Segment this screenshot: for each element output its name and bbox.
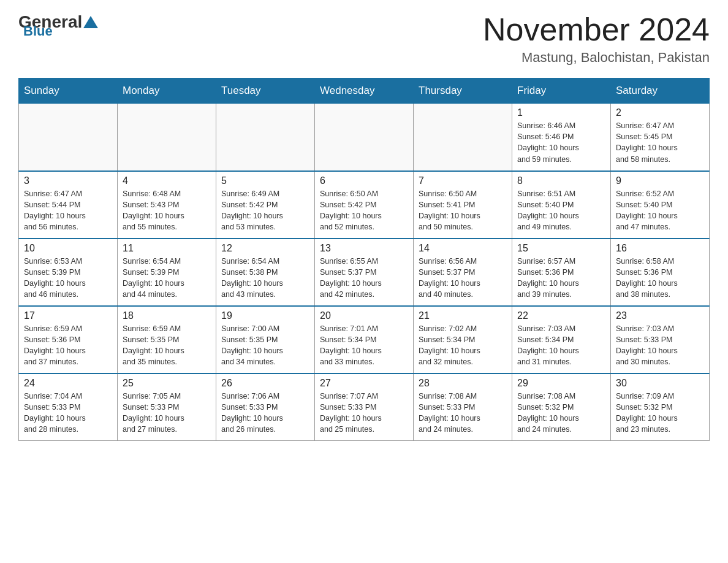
day-number: 24 [24, 378, 112, 389]
day-number: 4 [123, 175, 211, 186]
day-info: Sunrise: 6:54 AM Sunset: 5:39 PM Dayligh… [123, 256, 211, 301]
day-info: Sunrise: 7:04 AM Sunset: 5:33 PM Dayligh… [24, 391, 112, 435]
day-info: Sunrise: 6:51 AM Sunset: 5:40 PM Dayligh… [517, 188, 605, 233]
day-info: Sunrise: 6:56 AM Sunset: 5:37 PM Dayligh… [419, 256, 507, 301]
calendar-cell [19, 104, 118, 171]
day-number: 18 [123, 310, 211, 321]
calendar-cell: 21Sunrise: 7:02 AM Sunset: 5:34 PM Dayli… [414, 306, 512, 373]
calendar-cell: 27Sunrise: 7:07 AM Sunset: 5:33 PM Dayli… [315, 373, 414, 441]
calendar-cell: 13Sunrise: 6:55 AM Sunset: 5:37 PM Dayli… [315, 239, 414, 306]
day-number: 10 [24, 243, 112, 254]
day-number: 29 [517, 378, 605, 389]
day-info: Sunrise: 6:52 AM Sunset: 5:40 PM Dayligh… [616, 188, 704, 233]
calendar-cell: 17Sunrise: 6:59 AM Sunset: 5:36 PM Dayli… [19, 306, 118, 373]
day-info: Sunrise: 6:47 AM Sunset: 5:45 PM Dayligh… [616, 120, 704, 165]
day-number: 30 [616, 378, 704, 389]
day-number: 7 [419, 175, 507, 186]
day-number: 26 [221, 378, 309, 389]
logo-triangle-icon [83, 16, 98, 28]
logo: General Blue [18, 12, 99, 39]
calendar-header-monday: Monday [118, 79, 216, 104]
day-info: Sunrise: 6:59 AM Sunset: 5:35 PM Dayligh… [123, 323, 211, 368]
calendar-header-friday: Friday [512, 79, 611, 104]
calendar-header-saturday: Saturday [611, 79, 710, 104]
calendar-cell: 30Sunrise: 7:09 AM Sunset: 5:32 PM Dayli… [611, 373, 710, 441]
day-number: 9 [616, 175, 704, 186]
day-info: Sunrise: 6:57 AM Sunset: 5:36 PM Dayligh… [517, 256, 605, 301]
day-number: 16 [616, 243, 704, 254]
calendar-week-row: 1Sunrise: 6:46 AM Sunset: 5:46 PM Daylig… [19, 104, 710, 171]
day-info: Sunrise: 6:47 AM Sunset: 5:44 PM Dayligh… [24, 188, 112, 233]
logo-blue-text: Blue [23, 23, 53, 39]
calendar-cell: 20Sunrise: 7:01 AM Sunset: 5:34 PM Dayli… [315, 306, 414, 373]
calendar-cell: 8Sunrise: 6:51 AM Sunset: 5:40 PM Daylig… [512, 171, 611, 239]
title-section: November 2024 Mastung, Balochistan, Paki… [483, 12, 710, 66]
calendar-week-row: 10Sunrise: 6:53 AM Sunset: 5:39 PM Dayli… [19, 239, 710, 306]
calendar-cell: 28Sunrise: 7:08 AM Sunset: 5:33 PM Dayli… [414, 373, 512, 441]
calendar-cell: 22Sunrise: 7:03 AM Sunset: 5:34 PM Dayli… [512, 306, 611, 373]
day-number: 12 [221, 243, 309, 254]
day-info: Sunrise: 6:50 AM Sunset: 5:41 PM Dayligh… [419, 188, 507, 233]
calendar-cell: 23Sunrise: 7:03 AM Sunset: 5:33 PM Dayli… [611, 306, 710, 373]
day-info: Sunrise: 7:08 AM Sunset: 5:33 PM Dayligh… [419, 391, 507, 435]
day-number: 2 [616, 107, 704, 118]
day-info: Sunrise: 6:50 AM Sunset: 5:42 PM Dayligh… [320, 188, 408, 233]
calendar-header-thursday: Thursday [414, 79, 512, 104]
calendar-cell: 24Sunrise: 7:04 AM Sunset: 5:33 PM Dayli… [19, 373, 118, 441]
calendar-cell: 16Sunrise: 6:58 AM Sunset: 5:36 PM Dayli… [611, 239, 710, 306]
day-number: 15 [517, 243, 605, 254]
calendar-cell: 9Sunrise: 6:52 AM Sunset: 5:40 PM Daylig… [611, 171, 710, 239]
day-info: Sunrise: 6:55 AM Sunset: 5:37 PM Dayligh… [320, 256, 408, 301]
calendar-header-row: SundayMondayTuesdayWednesdayThursdayFrid… [19, 79, 710, 104]
month-title: November 2024 [483, 12, 710, 47]
day-info: Sunrise: 7:03 AM Sunset: 5:34 PM Dayligh… [517, 323, 605, 368]
day-info: Sunrise: 7:07 AM Sunset: 5:33 PM Dayligh… [320, 391, 408, 435]
day-info: Sunrise: 7:02 AM Sunset: 5:34 PM Dayligh… [419, 323, 507, 368]
calendar-cell: 10Sunrise: 6:53 AM Sunset: 5:39 PM Dayli… [19, 239, 118, 306]
day-number: 27 [320, 378, 408, 389]
calendar-cell: 29Sunrise: 7:08 AM Sunset: 5:32 PM Dayli… [512, 373, 611, 441]
location-title: Mastung, Balochistan, Pakistan [483, 50, 710, 66]
day-info: Sunrise: 6:54 AM Sunset: 5:38 PM Dayligh… [221, 256, 309, 301]
calendar-cell: 18Sunrise: 6:59 AM Sunset: 5:35 PM Dayli… [118, 306, 216, 373]
calendar-cell: 1Sunrise: 6:46 AM Sunset: 5:46 PM Daylig… [512, 104, 611, 171]
calendar-cell: 2Sunrise: 6:47 AM Sunset: 5:45 PM Daylig… [611, 104, 710, 171]
calendar-table: SundayMondayTuesdayWednesdayThursdayFrid… [18, 78, 710, 441]
day-info: Sunrise: 7:00 AM Sunset: 5:35 PM Dayligh… [221, 323, 309, 368]
page-header: General Blue November 2024 Mastung, Balo… [18, 12, 710, 66]
day-info: Sunrise: 6:46 AM Sunset: 5:46 PM Dayligh… [517, 120, 605, 165]
day-number: 8 [517, 175, 605, 186]
day-number: 13 [320, 243, 408, 254]
day-info: Sunrise: 6:59 AM Sunset: 5:36 PM Dayligh… [24, 323, 112, 368]
calendar-cell: 19Sunrise: 7:00 AM Sunset: 5:35 PM Dayli… [216, 306, 315, 373]
calendar-cell: 14Sunrise: 6:56 AM Sunset: 5:37 PM Dayli… [414, 239, 512, 306]
calendar-cell: 26Sunrise: 7:06 AM Sunset: 5:33 PM Dayli… [216, 373, 315, 441]
day-info: Sunrise: 6:53 AM Sunset: 5:39 PM Dayligh… [24, 256, 112, 301]
calendar-week-row: 17Sunrise: 6:59 AM Sunset: 5:36 PM Dayli… [19, 306, 710, 373]
calendar-week-row: 24Sunrise: 7:04 AM Sunset: 5:33 PM Dayli… [19, 373, 710, 441]
day-info: Sunrise: 7:06 AM Sunset: 5:33 PM Dayligh… [221, 391, 309, 435]
day-number: 21 [419, 310, 507, 321]
calendar-header-wednesday: Wednesday [315, 79, 414, 104]
calendar-cell: 12Sunrise: 6:54 AM Sunset: 5:38 PM Dayli… [216, 239, 315, 306]
calendar-cell: 25Sunrise: 7:05 AM Sunset: 5:33 PM Dayli… [118, 373, 216, 441]
day-number: 5 [221, 175, 309, 186]
calendar-cell: 6Sunrise: 6:50 AM Sunset: 5:42 PM Daylig… [315, 171, 414, 239]
day-number: 22 [517, 310, 605, 321]
day-number: 23 [616, 310, 704, 321]
calendar-cell [118, 104, 216, 171]
day-info: Sunrise: 7:03 AM Sunset: 5:33 PM Dayligh… [616, 323, 704, 368]
day-info: Sunrise: 6:49 AM Sunset: 5:42 PM Dayligh… [221, 188, 309, 233]
day-info: Sunrise: 7:01 AM Sunset: 5:34 PM Dayligh… [320, 323, 408, 368]
calendar-cell [216, 104, 315, 171]
calendar-cell: 15Sunrise: 6:57 AM Sunset: 5:36 PM Dayli… [512, 239, 611, 306]
calendar-header-tuesday: Tuesday [216, 79, 315, 104]
calendar-cell [414, 104, 512, 171]
day-info: Sunrise: 7:09 AM Sunset: 5:32 PM Dayligh… [616, 391, 704, 435]
day-info: Sunrise: 7:08 AM Sunset: 5:32 PM Dayligh… [517, 391, 605, 435]
calendar-cell: 11Sunrise: 6:54 AM Sunset: 5:39 PM Dayli… [118, 239, 216, 306]
calendar-cell: 3Sunrise: 6:47 AM Sunset: 5:44 PM Daylig… [19, 171, 118, 239]
calendar-cell [315, 104, 414, 171]
day-number: 20 [320, 310, 408, 321]
calendar-header-sunday: Sunday [19, 79, 118, 104]
